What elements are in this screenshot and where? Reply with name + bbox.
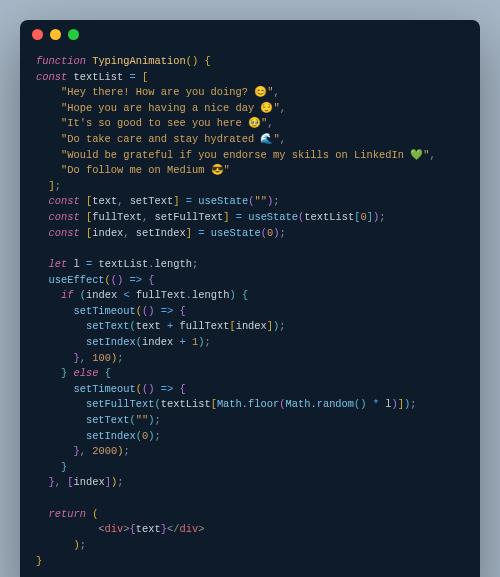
string-literal-1: "Hope you are having a nice day 😌" — [61, 102, 280, 114]
arrow: => — [130, 274, 142, 286]
call-setIndex: setIndex — [86, 336, 136, 348]
call-setFullText: setFullText — [86, 398, 155, 410]
num-100: 100 — [92, 352, 111, 364]
call-setText: setText — [86, 320, 130, 332]
var-text: text — [92, 195, 117, 207]
keyword-const: const — [48, 195, 79, 207]
string-literal-3: "Do take care and stay hydrated 🌊" — [61, 133, 280, 145]
var-setIndex: setIndex — [136, 227, 186, 239]
call-useState: useState — [198, 195, 248, 207]
prop-length: length — [192, 289, 229, 301]
minimize-icon[interactable] — [50, 29, 61, 40]
code-block: function TypingAnimation() { const textL… — [20, 48, 480, 577]
jsx-div-close: div — [180, 523, 199, 535]
string-literal-2: "It's so good to see you here 🥹" — [61, 117, 267, 129]
ref-text: text — [136, 320, 161, 332]
prop-length: length — [155, 258, 192, 270]
call-setTimeout: setTimeout — [73, 305, 135, 317]
call-setTimeout: setTimeout — [73, 383, 135, 395]
keyword-return: return — [48, 508, 85, 520]
var-textList: textList — [73, 71, 123, 83]
string-empty: "" — [254, 195, 266, 207]
ref-textList: textList — [161, 398, 211, 410]
ref-index: index — [236, 320, 267, 332]
call-math-floor: Math.floor — [217, 398, 279, 410]
call-useEffect: useEffect — [48, 274, 104, 286]
function-name: TypingAnimation — [92, 55, 186, 67]
ref-index: index — [73, 476, 104, 488]
var-setFullText: setFullText — [155, 211, 224, 223]
call-useState: useState — [211, 227, 261, 239]
call-math-random: Math.random — [285, 398, 354, 410]
keyword-const: const — [48, 227, 79, 239]
var-fullText: fullText — [92, 211, 142, 223]
keyword-else: else — [73, 367, 98, 379]
ref-textList: textList — [98, 258, 148, 270]
keyword-if: if — [61, 289, 73, 301]
string-literal-4: "Would be grateful if you endorse my ski… — [61, 149, 429, 161]
call-setIndex: setIndex — [86, 430, 136, 442]
call-setText: setText — [86, 414, 130, 426]
window-titlebar — [20, 20, 480, 48]
string-empty: "" — [136, 414, 148, 426]
ref-index: index — [86, 289, 117, 301]
jsx-div-open: div — [105, 523, 124, 535]
keyword-let: let — [48, 258, 67, 270]
string-literal-5: "Do follow me on Medium 😎" — [61, 164, 230, 176]
keyword-const: const — [36, 71, 67, 83]
string-literal-0: "Hey there! How are you doing? 😊" — [61, 86, 274, 98]
ref-textList: textList — [304, 211, 354, 223]
zoom-icon[interactable] — [68, 29, 79, 40]
var-setText: setText — [130, 195, 174, 207]
keyword-const: const — [48, 211, 79, 223]
ref-fullText: fullText — [136, 289, 186, 301]
num-2000: 2000 — [92, 445, 117, 457]
ref-index: index — [142, 336, 173, 348]
call-useState: useState — [248, 211, 298, 223]
var-index: index — [92, 227, 123, 239]
ref-text: text — [136, 523, 161, 535]
keyword-function: function — [36, 55, 86, 67]
arrow: => — [161, 305, 173, 317]
terminal-window: function TypingAnimation() { const textL… — [20, 20, 480, 577]
ref-fullText: fullText — [180, 320, 230, 332]
arrow: => — [161, 383, 173, 395]
var-l: l — [73, 258, 79, 270]
close-icon[interactable] — [32, 29, 43, 40]
